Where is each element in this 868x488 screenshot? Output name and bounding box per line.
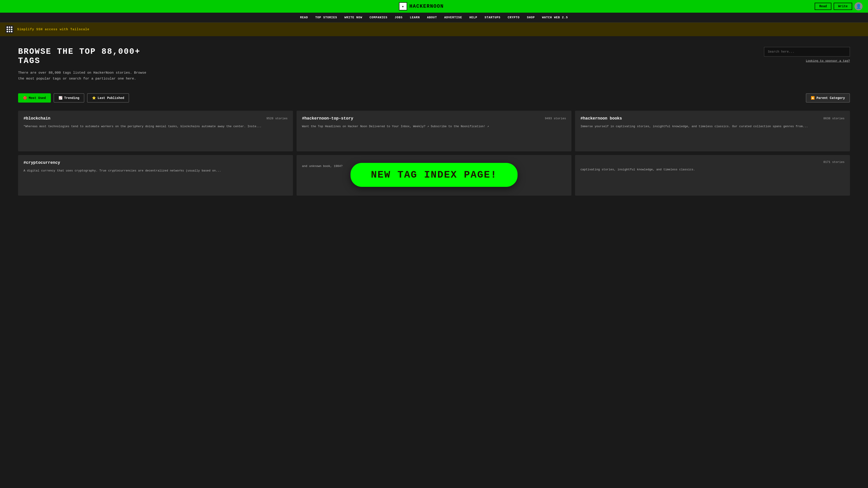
new-tag-overlay-text: NEW TAG INDEX PAGE!: [371, 169, 497, 181]
hero-left: BROWSE THE TOP 88,000+ TAGS There are ov…: [18, 47, 154, 82]
tag-desc: A digital currency that uses cryptograph…: [24, 168, 287, 173]
logo-icon: ✦: [399, 2, 407, 10]
page-title: BROWSE THE TOP 88,000+ TAGS: [18, 47, 154, 66]
nav-item-companies[interactable]: COMPANIES: [370, 16, 388, 19]
parent-category-button[interactable]: 🔼 Parent Category: [806, 93, 850, 103]
nav-item-crypto[interactable]: CRYPTO: [508, 16, 520, 19]
most-used-label: Most Used: [29, 96, 46, 100]
tag-count: 9528 stories: [266, 117, 287, 120]
logo-text: HACKERNOON: [409, 4, 444, 9]
nav-item-watch[interactable]: WATCH WEB 2.5: [542, 16, 568, 19]
tag-desc: captivating stories, insightful knowledg…: [581, 167, 844, 172]
tag-card-hackernoon-books[interactable]: #hackernoon books 8638 stories Immerse y…: [575, 111, 850, 151]
trending-button[interactable]: 📈 Trending: [54, 93, 84, 103]
tag-desc: Immerse yourself in captivating stories,…: [581, 124, 844, 129]
search-input[interactable]: [764, 47, 850, 57]
tag-name: #cryptocurrency: [24, 160, 60, 165]
nav-item-about[interactable]: ABOUT: [427, 16, 437, 19]
most-used-icon: 🔴: [23, 96, 27, 100]
tag-card-header: #cryptocurrency: [24, 160, 287, 165]
last-published-icon: ⭐: [92, 96, 96, 100]
tags-grid-bottom-wrapper: #cryptocurrency A digital currency that …: [0, 155, 868, 205]
tag-desc: Want the Top Headlines on Hacker Noon De…: [302, 124, 566, 129]
tag-card-header: #hackernoon-top-story 9493 stories: [302, 116, 566, 121]
nav-item-advertise[interactable]: ADVERTISE: [444, 16, 462, 19]
new-tag-overlay: NEW TAG INDEX PAGE!: [350, 163, 518, 187]
filter-bar: 🔴 Most Used 📈 Trending ⭐ Last Published …: [0, 89, 868, 107]
avatar[interactable]: 👤: [855, 2, 863, 10]
last-published-label: Last Published: [98, 96, 124, 100]
hero-section: BROWSE THE TOP 88,000+ TAGS There are ov…: [0, 36, 868, 89]
tag-card-header: #blockchain 9528 stories: [24, 116, 287, 121]
nav-item-jobs[interactable]: JOBS: [395, 16, 403, 19]
nav-item-top-stories[interactable]: TOP STORIES: [315, 16, 337, 19]
hero-right: Looking to sponsor a tag?: [764, 47, 850, 63]
tag-card-header: #hackernoon books 8638 stories: [581, 116, 844, 121]
nav-item-help[interactable]: HELP: [469, 16, 477, 19]
filter-right-group: 🔼 Parent Category: [806, 93, 850, 103]
read-button[interactable]: Read: [815, 3, 831, 10]
most-used-button[interactable]: 🔴 Most Used: [18, 93, 51, 103]
tag-count: 8171 stories: [823, 160, 844, 164]
tag-count: 8638 stories: [823, 117, 844, 120]
top-bar-actions: Read Write 👤: [815, 2, 863, 10]
hero-description: There are over 88,000 tags listed on Hac…: [18, 70, 154, 82]
tags-grid-top: #blockchain 9528 stories "Whereas most t…: [0, 107, 868, 155]
filter-left-group: 🔴 Most Used 📈 Trending ⭐ Last Published: [18, 93, 129, 103]
tag-name: #hackernoon books: [581, 116, 622, 121]
sponsor-link[interactable]: Looking to sponsor a tag?: [806, 59, 850, 63]
tag-card-hackernoon-top-story[interactable]: #hackernoon-top-story 9493 stories Want …: [297, 111, 571, 151]
tag-name: #blockchain: [24, 116, 51, 121]
parent-category-icon: 🔼: [811, 96, 815, 100]
write-button[interactable]: Write: [834, 3, 852, 10]
top-bar: ✦ HACKERNOON Read Write 👤: [0, 0, 868, 13]
avatar-icon: 👤: [856, 4, 862, 9]
banner-text: Simplify SSH access with Tailscale: [17, 28, 90, 31]
logo[interactable]: ✦ HACKERNOON: [399, 2, 444, 10]
last-published-button[interactable]: ⭐ Last Published: [87, 93, 129, 103]
tag-card-cryptocurrency[interactable]: #cryptocurrency A digital currency that …: [18, 155, 293, 196]
tag-card-3[interactable]: 8171 stories captivating stories, insigh…: [575, 155, 850, 196]
tag-card-blockchain[interactable]: #blockchain 9528 stories "Whereas most t…: [18, 111, 293, 151]
nav-item-write-now[interactable]: WRITE NOW: [344, 16, 362, 19]
tag-name: #hackernoon-top-story: [302, 116, 353, 121]
tag-card-header: 8171 stories: [581, 160, 844, 164]
tag-count: 9493 stories: [545, 117, 566, 120]
promo-banner[interactable]: Simplify SSH access with Tailscale: [0, 23, 868, 36]
tag-desc: "Whereas most technologies tend to autom…: [24, 124, 287, 129]
nav-bar: READ TOP STORIES WRITE NOW COMPANIES JOB…: [0, 13, 868, 23]
nav-item-read[interactable]: READ: [300, 16, 308, 19]
nav-item-shop[interactable]: SHOP: [527, 16, 535, 19]
trending-label: Trending: [64, 96, 79, 100]
nav-item-startups[interactable]: STARTUPS: [485, 16, 500, 19]
parent-category-label: Parent Category: [816, 96, 845, 100]
banner-icon: [5, 25, 13, 33]
trending-icon: 📈: [59, 96, 62, 100]
nav-item-learn[interactable]: LEARN: [410, 16, 420, 19]
